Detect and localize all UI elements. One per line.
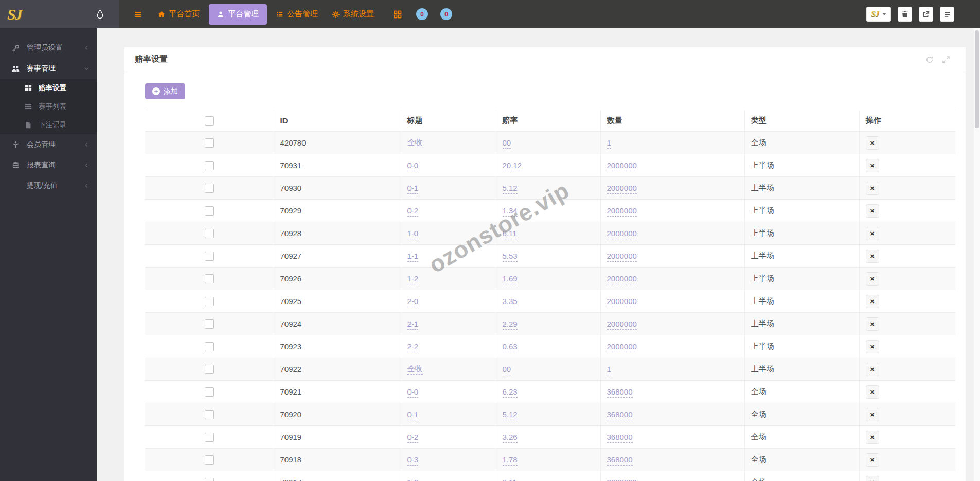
- row-title-link[interactable]: 1-2: [407, 274, 419, 284]
- row-title-link[interactable]: 0-0: [407, 161, 419, 171]
- page-scrollbar[interactable]: [974, 28, 980, 481]
- row-delete-button[interactable]: ×: [866, 363, 879, 376]
- row-odds-link[interactable]: 0.63: [503, 342, 518, 352]
- row-odds-link[interactable]: 3.26: [503, 433, 518, 443]
- row-amount-link[interactable]: 1: [607, 138, 611, 149]
- sidebar-subitem-1[interactable]: 赔率设置: [0, 79, 97, 97]
- select-all-checkbox[interactable]: [205, 116, 214, 126]
- row-checkbox[interactable]: [205, 478, 214, 481]
- row-checkbox[interactable]: [205, 161, 214, 170]
- row-amount-link[interactable]: 368000: [607, 433, 633, 443]
- row-delete-button[interactable]: ×: [866, 295, 879, 308]
- row-delete-button[interactable]: ×: [866, 385, 879, 399]
- add-button[interactable]: + 添加: [145, 83, 185, 99]
- row-odds-link[interactable]: 00: [503, 365, 511, 375]
- row-checkbox[interactable]: [205, 342, 214, 351]
- row-checkbox[interactable]: [205, 387, 214, 397]
- nav-item-3[interactable]: 公告管理: [271, 4, 323, 25]
- row-checkbox[interactable]: [205, 297, 214, 306]
- external-link-button[interactable]: [919, 7, 933, 22]
- row-checkbox[interactable]: [205, 319, 214, 329]
- row-amount-link[interactable]: 2000000: [607, 297, 637, 307]
- row-odds-link[interactable]: 1.69: [503, 274, 518, 284]
- row-title-link[interactable]: 0-1: [407, 410, 419, 420]
- row-delete-button[interactable]: ×: [866, 182, 879, 195]
- count-badge-2[interactable]: 0: [440, 8, 452, 20]
- sidebar-item-1[interactable]: 管理员设置: [0, 38, 97, 58]
- row-checkbox[interactable]: [205, 206, 214, 216]
- row-title-link[interactable]: 全收: [407, 138, 423, 148]
- nav-item-2[interactable]: 平台管理: [209, 4, 267, 25]
- row-checkbox[interactable]: [205, 410, 214, 419]
- row-delete-button[interactable]: ×: [866, 431, 879, 444]
- row-delete-button[interactable]: ×: [866, 250, 879, 263]
- row-amount-link[interactable]: 2000000: [607, 252, 637, 262]
- row-amount-link[interactable]: 2000000: [607, 229, 637, 239]
- row-title-link[interactable]: 2-2: [407, 342, 419, 352]
- row-title-link[interactable]: 全收: [407, 364, 423, 375]
- row-title-link[interactable]: 2-1: [407, 319, 419, 330]
- row-checkbox[interactable]: [205, 184, 214, 193]
- sidebar-item-5[interactable]: 提现/充值: [0, 175, 97, 196]
- sidebar-item-4[interactable]: 报表查询: [0, 155, 97, 175]
- row-odds-link[interactable]: 6.11: [503, 478, 517, 481]
- row-delete-button[interactable]: ×: [866, 408, 879, 421]
- refresh-icon[interactable]: [925, 56, 934, 64]
- row-delete-button[interactable]: ×: [866, 476, 879, 481]
- nav-item-1[interactable]: 平台首页: [153, 4, 205, 25]
- row-delete-button[interactable]: ×: [866, 317, 879, 331]
- row-checkbox[interactable]: [205, 274, 214, 283]
- apps-grid-icon[interactable]: [394, 10, 402, 19]
- row-title-link[interactable]: 0-0: [407, 387, 419, 398]
- sidebar-item-2[interactable]: 赛事管理: [0, 58, 97, 79]
- sidebar-item-3[interactable]: 会员管理: [0, 134, 97, 155]
- row-checkbox[interactable]: [205, 138, 214, 148]
- row-amount-link[interactable]: 2000000: [607, 184, 637, 194]
- menu-toggle-icon[interactable]: [131, 7, 146, 22]
- count-badge-1[interactable]: 0: [416, 8, 428, 20]
- sidebar-subitem-3[interactable]: 下注记录: [0, 116, 97, 134]
- row-checkbox[interactable]: [205, 365, 214, 374]
- row-title-link[interactable]: 0-2: [407, 206, 419, 217]
- row-amount-link[interactable]: 368000: [607, 455, 633, 466]
- row-amount-link[interactable]: 2000000: [607, 478, 637, 481]
- row-odds-link[interactable]: 3.35: [503, 297, 518, 307]
- row-title-link[interactable]: 2-0: [407, 297, 419, 307]
- sidebar-subitem-2[interactable]: 赛事列表: [0, 97, 97, 116]
- menu-list-button[interactable]: [940, 7, 954, 22]
- row-amount-link[interactable]: 368000: [607, 387, 633, 398]
- row-title-link[interactable]: 0-2: [407, 433, 419, 443]
- row-delete-button[interactable]: ×: [866, 136, 879, 150]
- row-title-link[interactable]: 1-0: [407, 229, 419, 239]
- row-amount-link[interactable]: 2000000: [607, 319, 637, 330]
- row-odds-link[interactable]: 1.34: [503, 206, 518, 217]
- row-delete-button[interactable]: ×: [866, 227, 879, 240]
- row-delete-button[interactable]: ×: [866, 159, 879, 172]
- expand-icon[interactable]: [942, 56, 950, 64]
- row-amount-link[interactable]: 2000000: [607, 206, 637, 217]
- water-drop-icon[interactable]: [96, 9, 104, 20]
- row-delete-button[interactable]: ×: [866, 340, 879, 353]
- row-amount-link[interactable]: 368000: [607, 410, 633, 420]
- row-odds-link[interactable]: 5.12: [503, 184, 518, 194]
- user-menu-button[interactable]: SJ: [866, 7, 891, 22]
- row-delete-button[interactable]: ×: [866, 453, 879, 467]
- row-title-link[interactable]: 0-1: [407, 184, 419, 194]
- row-amount-link[interactable]: 1: [607, 365, 611, 375]
- scrollbar-thumb[interactable]: [975, 30, 979, 128]
- row-amount-link[interactable]: 2000000: [607, 161, 637, 171]
- row-amount-link[interactable]: 2000000: [607, 274, 637, 284]
- row-odds-link[interactable]: 6.11: [503, 229, 517, 239]
- row-amount-link[interactable]: 2000000: [607, 342, 637, 352]
- row-delete-button[interactable]: ×: [866, 204, 879, 218]
- row-checkbox[interactable]: [205, 455, 214, 465]
- trash-button[interactable]: [898, 7, 912, 22]
- nav-item-4[interactable]: 系统设置: [327, 4, 379, 25]
- row-checkbox[interactable]: [205, 433, 214, 442]
- row-title-link[interactable]: 1-1: [407, 252, 419, 262]
- row-delete-button[interactable]: ×: [866, 272, 879, 286]
- row-odds-link[interactable]: 1.78: [503, 455, 518, 466]
- row-odds-link[interactable]: 6.23: [503, 387, 518, 398]
- row-checkbox[interactable]: [205, 229, 214, 238]
- row-odds-link[interactable]: 00: [503, 138, 511, 149]
